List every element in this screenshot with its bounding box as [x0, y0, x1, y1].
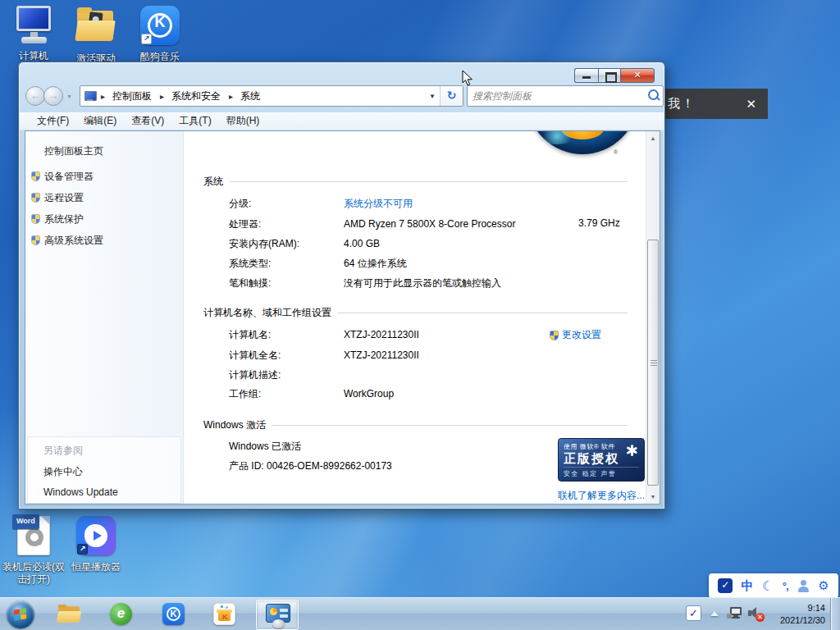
desktop-icon-kugou-music[interactable]: K ↗ 酷狗音乐 — [128, 5, 192, 63]
see-also-panel: 另请参阅 操作中心 Windows Update — [27, 436, 181, 504]
uac-shield-icon — [31, 193, 40, 203]
back-button[interactable] — [25, 86, 45, 106]
search-input[interactable] — [468, 90, 645, 102]
menu-tools[interactable]: 工具(T) — [171, 112, 218, 130]
refresh-icon[interactable] — [440, 86, 463, 106]
scroll-down-icon[interactable] — [646, 490, 660, 504]
genuine-software-badge[interactable]: 使用 微软® 软件 正版授权 安全 稳定 声誉 — [558, 438, 645, 482]
taskbar-gamebox-button[interactable]: K — [213, 603, 236, 626]
folder-icon — [75, 7, 117, 50]
breadcrumb-control-panel[interactable]: 控制面板 — [97, 86, 156, 107]
menu-bar: 文件(F) 编辑(E) 查看(V) 工具(T) 帮助(H) — [20, 112, 664, 130]
scrollbar-thumb[interactable] — [647, 240, 659, 486]
close-button[interactable] — [620, 68, 655, 83]
cpu-frequency: 3.79 GHz — [578, 217, 620, 229]
windows-logo-icon — [527, 131, 638, 154]
clock-date: 2021/12/30 — [766, 614, 825, 627]
menu-file[interactable]: 文件(F) — [30, 112, 76, 130]
genuine-star-icon — [625, 444, 638, 457]
computer-mini-icon — [84, 91, 97, 102]
start-button[interactable] — [7, 600, 34, 628]
explorer-folder-icon — [57, 605, 80, 624]
desktop-icon-readme-doc[interactable]: Word 装机后必读(双击打开) — [2, 515, 66, 586]
windows-flag-icon — [14, 609, 27, 621]
system-row-type: 系统类型:64 位操作系统 — [229, 257, 407, 271]
see-also-title: 另请参阅 — [43, 444, 83, 458]
ime-language-mode[interactable]: 中 — [742, 578, 754, 594]
desktop-icon-label: 装机后必读(双击打开) — [0, 561, 69, 586]
word-badge: Word — [12, 514, 39, 529]
sidebar-item-windows-update[interactable]: Windows Update — [43, 486, 118, 498]
sidebar-item-device-manager[interactable]: 设备管理器 — [44, 170, 94, 184]
activation-status: Windows 已激活 — [229, 440, 301, 454]
ime-app-icon[interactable] — [718, 578, 733, 593]
address-bar[interactable]: 控制面板 系统和安全 系统 — [80, 85, 463, 107]
taskbar-explorer-button[interactable] — [57, 603, 80, 626]
sidebar-item-advanced-settings[interactable]: 高级系统设置 — [44, 234, 103, 248]
mouse-icon — [272, 619, 285, 628]
system-window: 控制面板 系统和安全 系统 文件(F) 编辑(E) 查看(V) 工具(T) 帮助… — [18, 62, 665, 509]
system-row-ram: 安装内存(RAM):4.00 GB — [229, 237, 380, 251]
tray-hidden-icons-arrow[interactable] — [710, 611, 719, 616]
section-header-system: 系统 — [203, 175, 628, 189]
ime-settings-gear-icon[interactable] — [818, 578, 829, 593]
desktop-icon-activation-driver[interactable]: 激活驱动 — [64, 5, 128, 65]
breadcrumb-system[interactable]: 系统 — [225, 86, 264, 107]
scroll-up-icon[interactable] — [646, 131, 660, 145]
breadcrumb-system-security[interactable]: 系统和安全 — [156, 86, 225, 107]
change-settings-link[interactable]: 更改设置 — [550, 328, 601, 342]
tray-app-icon[interactable] — [686, 605, 701, 621]
tray-network-icon[interactable] — [727, 606, 743, 621]
vertical-scrollbar[interactable] — [646, 131, 660, 504]
badge-line3: 安全 稳定 声誉 — [564, 467, 639, 478]
window-body: 控制面板主页 设备管理器 远程设置 系统保护 高级系统设置 另请参阅 操作中心 … — [25, 130, 660, 504]
sidebar-item-system-protection[interactable]: 系统保护 — [44, 212, 84, 226]
browser-icon: e — [110, 603, 132, 625]
tray-volume-muted-icon[interactable] — [748, 607, 765, 622]
address-dropdown-icon[interactable] — [425, 93, 440, 100]
media-player-icon: ↗ — [75, 516, 117, 559]
desktop-icon-computer[interactable]: 计算机 — [2, 5, 66, 62]
uac-shield-icon — [31, 214, 40, 224]
uac-shield-icon — [31, 235, 40, 245]
section-header-computer-name: 计算机名称、域和工作组设置 — [203, 306, 628, 320]
ime-user-icon[interactable] — [797, 579, 810, 592]
search-box — [467, 85, 664, 107]
notification-text: 我！ — [668, 96, 696, 112]
menu-help[interactable]: 帮助(H) — [219, 112, 267, 130]
learn-more-link[interactable]: 联机了解更多内容... — [558, 489, 645, 503]
ime-punctuation-icon[interactable] — [783, 580, 788, 592]
name-row-workgroup: 工作组:WorkGroup — [229, 387, 394, 401]
maximize-button[interactable] — [598, 68, 620, 83]
sidebar-item-control-panel-home[interactable]: 控制面板主页 — [44, 144, 103, 158]
sidebar-item-action-center[interactable]: 操作中心 — [43, 465, 83, 479]
sidebar: 控制面板主页 设备管理器 远程设置 系统保护 高级系统设置 另请参阅 操作中心 … — [25, 131, 184, 504]
notification-close-icon[interactable] — [746, 97, 756, 112]
registered-mark — [614, 149, 618, 155]
window-caption-buttons — [574, 68, 655, 83]
rating-unavailable-link[interactable]: 系统分级不可用 — [344, 198, 413, 209]
ime-fullwidth-moon-icon[interactable] — [762, 578, 774, 594]
forward-button[interactable] — [43, 86, 63, 106]
desktop-icon-label: 恒星播放器 — [64, 561, 128, 573]
taskbar-browser-button[interactable]: e — [110, 603, 133, 626]
taskbar-kugou-button[interactable]: K — [162, 603, 185, 626]
menu-view[interactable]: 查看(V) — [124, 112, 171, 130]
minimize-button[interactable] — [574, 68, 598, 83]
gamebox-icon: K — [213, 603, 235, 625]
taskbar-control-panel-button-active[interactable] — [256, 600, 299, 630]
desktop-icon-label: 计算机 — [2, 50, 66, 62]
menu-edit[interactable]: 编辑(E) — [76, 112, 124, 130]
name-row-full-name: 计算机全名:XTZJ-20211230II — [229, 349, 419, 363]
tray-clock[interactable]: 9:14 2021/12/30 — [766, 602, 825, 627]
main-content: 系统 分级:系统分级不可用 处理器:AMD Ryzen 7 5800X 8-Co… — [184, 131, 646, 504]
desktop-icon-star-player[interactable]: ↗ 恒星播放器 — [64, 515, 128, 573]
uac-shield-icon — [31, 171, 40, 181]
show-desktop-button[interactable] — [830, 598, 840, 630]
taskbar: e K K 9:14 2021/12/30 — [0, 597, 840, 630]
sidebar-item-remote-settings[interactable]: 远程设置 — [44, 191, 84, 205]
address-row: 控制面板 系统和安全 系统 — [25, 84, 658, 107]
recent-pages-dropdown-icon[interactable] — [66, 94, 72, 99]
search-icon[interactable] — [645, 87, 663, 105]
computer-icon — [12, 5, 55, 48]
